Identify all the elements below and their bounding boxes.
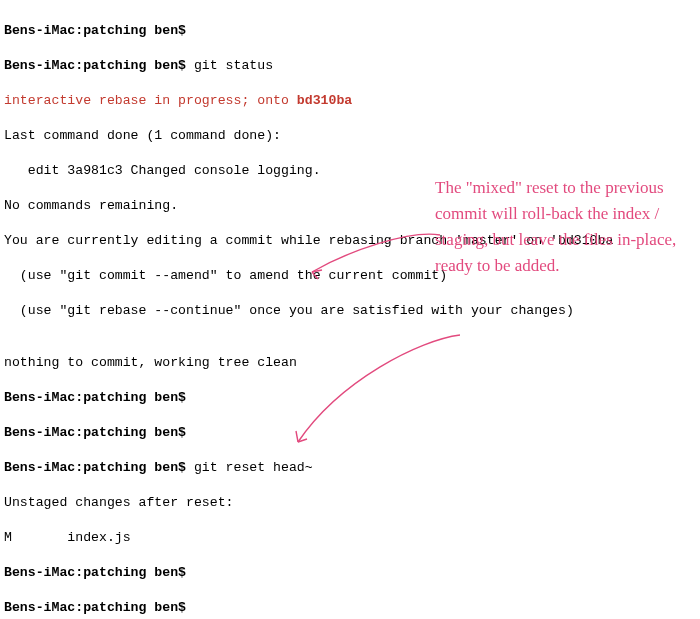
prompt-line: Bens-iMac:patching ben$ (4, 599, 700, 617)
status-rebase-header: interactive rebase in progress; onto bd3… (4, 92, 700, 110)
prompt-line: Bens-iMac:patching ben$ (4, 424, 700, 442)
reset-unstaged-header: Unstaged changes after reset: (4, 494, 700, 512)
status-clean: nothing to commit, working tree clean (4, 354, 700, 372)
prompt-line: Bens-iMac:patching ben$ (4, 564, 700, 582)
status-hint: (use "git rebase --continue" once you ar… (4, 302, 700, 320)
reset-unstaged-file: M index.js (4, 529, 700, 547)
annotation-note: The "mixed" reset to the previous commit… (435, 175, 685, 279)
status-last-command: Last command done (1 command done): (4, 127, 700, 145)
terminal-output[interactable]: Bens-iMac:patching ben$ Bens-iMac:patchi… (0, 0, 700, 619)
prompt-line: Bens-iMac:patching ben$ (4, 389, 700, 407)
prompt-line: Bens-iMac:patching ben$ (4, 22, 700, 40)
prompt-line: Bens-iMac:patching ben$ git reset head~ (4, 459, 700, 477)
prompt-line: Bens-iMac:patching ben$ git status (4, 57, 700, 75)
